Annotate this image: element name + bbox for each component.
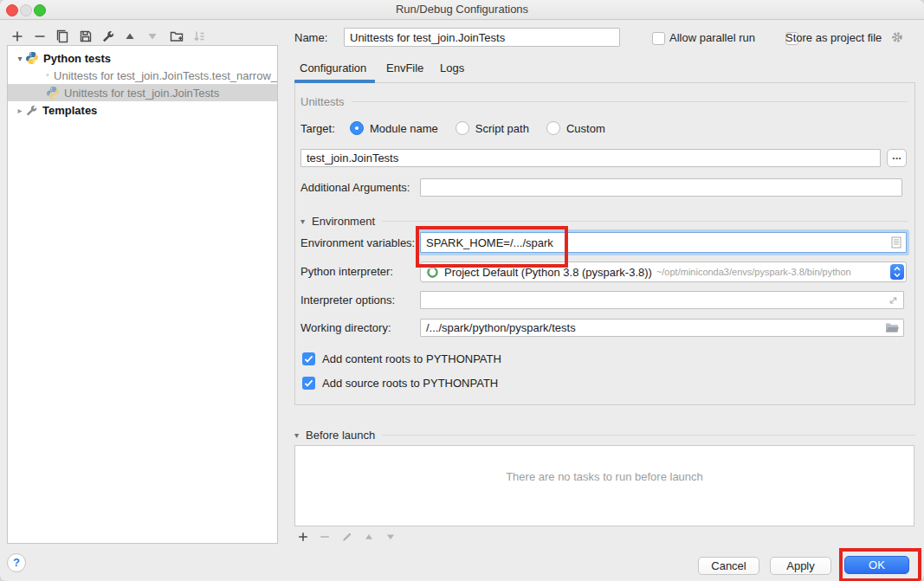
- additional-arguments-input[interactable]: [420, 178, 902, 197]
- minus-icon: [319, 531, 331, 543]
- active-tab-indicator: [294, 80, 375, 83]
- run-debug-configurations-dialog: Run/Debug Configurations ▾ Python tests: [0, 0, 924, 581]
- add-configuration-button[interactable]: [10, 29, 25, 44]
- tab-logs[interactable]: Logs: [440, 61, 464, 74]
- environment-variables-label: Environment variables:: [300, 236, 415, 249]
- remove-configuration-button[interactable]: [32, 29, 48, 44]
- store-as-project-file-label: Store as project file: [785, 31, 882, 44]
- environment-variables-field: [420, 232, 907, 253]
- edit-templates-button[interactable]: [100, 29, 116, 44]
- tab-envfile[interactable]: EnvFile: [386, 61, 423, 74]
- expand-icon[interactable]: ▸: [15, 106, 25, 115]
- before-launch-edit-button[interactable]: [339, 529, 355, 545]
- add-content-roots-row: Add content roots to PYTHONPATH: [302, 352, 501, 365]
- tree-item-label: Unittests for test_join.JoinTests: [64, 87, 219, 100]
- working-directory-input[interactable]: [420, 319, 904, 337]
- allow-parallel-run-checkbox[interactable]: [652, 32, 665, 45]
- collapse-icon[interactable]: ▾: [300, 216, 305, 226]
- tree-item-label: Python tests: [43, 52, 111, 65]
- tree-item-templates[interactable]: ▸ Templates: [8, 101, 277, 119]
- add-source-roots-checkbox[interactable]: [302, 377, 315, 390]
- divider: [382, 221, 908, 222]
- move-up-button[interactable]: [122, 29, 138, 44]
- radio-module-name[interactable]: [350, 121, 364, 135]
- divider: [382, 435, 915, 436]
- new-folder-button[interactable]: [169, 29, 184, 44]
- environment-section-header[interactable]: ▾ Environment: [300, 214, 908, 228]
- add-source-roots-label: Add source roots to PYTHONPATH: [322, 377, 498, 390]
- add-source-roots-row: Add source roots to PYTHONPATH: [302, 377, 498, 390]
- interpreter-options-input[interactable]: [420, 291, 904, 309]
- collapse-icon[interactable]: ▾: [294, 430, 299, 440]
- before-launch-move-up-button[interactable]: [361, 529, 377, 545]
- interpreter-options-label: Interpreter options:: [300, 294, 395, 307]
- radio-module-name-label: Module name: [370, 122, 438, 135]
- window-title: Run/Debug Configurations: [0, 3, 924, 16]
- dropdown-stepper-icon[interactable]: [890, 264, 904, 280]
- plus-icon: [10, 29, 24, 43]
- minus-icon: [33, 29, 47, 43]
- browse-module-button[interactable]: ...: [887, 149, 907, 167]
- python-interpreter-select[interactable]: Project Default (Python 3.8 (pyspark-3.8…: [420, 261, 907, 282]
- python-interpreter-label: Python interpreter:: [300, 265, 393, 278]
- tab-configuration[interactable]: Configuration: [300, 61, 366, 74]
- add-content-roots-checkbox[interactable]: [302, 352, 315, 365]
- group-title: Unittests: [300, 95, 345, 108]
- before-launch-remove-button[interactable]: [317, 529, 333, 545]
- apply-button[interactable]: Apply: [770, 557, 831, 575]
- save-configuration-button[interactable]: [78, 29, 94, 44]
- expand-field-icon[interactable]: [888, 294, 899, 306]
- unittests-group-header: Unittests: [300, 94, 908, 108]
- tree-item-unittests-test-narrow[interactable]: Unittests for test_join.JoinTests.test_n…: [8, 67, 277, 84]
- working-directory-label: Working directory:: [300, 321, 391, 334]
- radio-script-path-label: Script path: [475, 122, 529, 135]
- python-icon: [46, 86, 60, 100]
- additional-arguments-label: Additional Arguments:: [300, 181, 410, 194]
- wrench-icon: [101, 29, 115, 43]
- tree-item-unittests-jointests-selected[interactable]: Unittests for test_join.JoinTests: [8, 84, 277, 101]
- tree-item-python-tests[interactable]: ▾ Python tests: [8, 49, 277, 67]
- sort-configurations-button[interactable]: [191, 29, 207, 44]
- before-launch-add-button[interactable]: [295, 529, 311, 545]
- collapse-icon[interactable]: ▾: [15, 54, 25, 63]
- radio-script-path[interactable]: [456, 121, 469, 135]
- configuration-panel: Unittests Target: Module name Script pat…: [294, 82, 915, 405]
- ok-button[interactable]: OK: [844, 556, 909, 574]
- move-down-button[interactable]: [145, 29, 160, 44]
- wrench-icon: [25, 104, 38, 117]
- arrow-up-icon: [123, 29, 137, 43]
- name-input[interactable]: [344, 28, 620, 47]
- store-options-button[interactable]: [890, 30, 904, 44]
- working-directory-field: [420, 319, 904, 337]
- pencil-icon: [341, 531, 353, 543]
- arrow-down-icon: [384, 531, 397, 543]
- tree-item-label: Templates: [42, 104, 97, 117]
- arrow-down-icon: [145, 29, 159, 43]
- configurations-tree: ▾ Python tests Unittests for test_join.J…: [7, 45, 278, 544]
- sort-alpha-icon: [192, 29, 206, 43]
- target-label: Target:: [300, 122, 350, 135]
- before-launch-task-list: There are no tasks to run before launch: [294, 445, 914, 526]
- section-title: Before launch: [306, 429, 375, 442]
- check-icon: [302, 352, 315, 365]
- radio-custom-label: Custom: [566, 122, 605, 135]
- title-bar: Run/Debug Configurations: [0, 0, 924, 20]
- python-icon: [46, 68, 49, 82]
- plus-icon: [297, 531, 309, 543]
- section-title: Environment: [312, 215, 375, 228]
- name-label: Name:: [294, 31, 327, 44]
- allow-parallel-run-label: Allow parallel run: [669, 31, 755, 44]
- radio-custom[interactable]: [546, 121, 560, 135]
- environment-variables-input[interactable]: [420, 232, 907, 253]
- before-launch-empty-text: There are no tasks to run before launch: [295, 470, 914, 483]
- module-name-input[interactable]: [300, 149, 881, 167]
- before-launch-move-down-button[interactable]: [383, 529, 398, 545]
- browse-variables-icon[interactable]: [891, 236, 901, 249]
- before-launch-section-header[interactable]: ▾ Before launch: [294, 428, 915, 442]
- divider: [352, 101, 908, 102]
- cancel-button[interactable]: Cancel: [698, 557, 759, 575]
- folder-icon[interactable]: [885, 322, 899, 333]
- help-button[interactable]: ?: [7, 553, 26, 572]
- interpreter-options-field: [420, 291, 904, 309]
- copy-configuration-button[interactable]: [55, 29, 70, 44]
